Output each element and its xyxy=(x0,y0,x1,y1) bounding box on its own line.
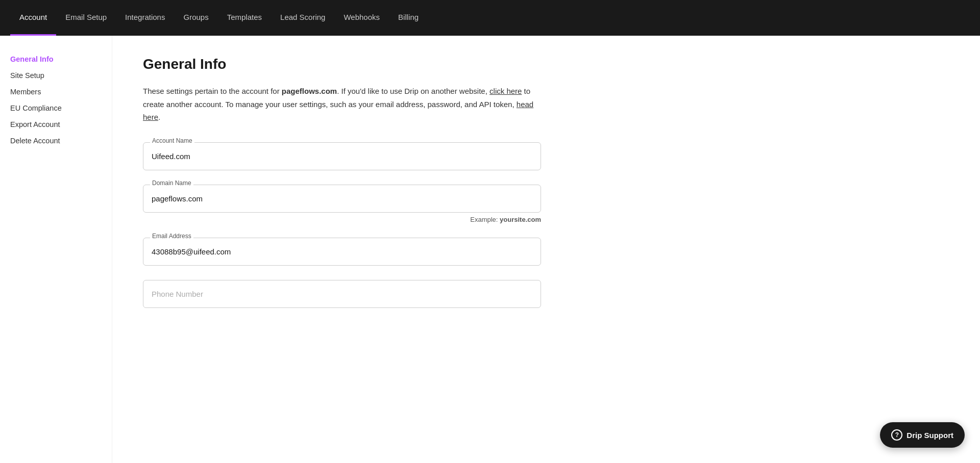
domain-hint-prefix: Example: xyxy=(470,216,500,223)
nav-item-templates[interactable]: Templates xyxy=(218,0,271,36)
phone-number-input[interactable] xyxy=(143,280,541,308)
description-text: These settings pertain to the account fo… xyxy=(143,85,541,124)
nav-item-groups[interactable]: Groups xyxy=(174,0,217,36)
sidebar-item-members[interactable]: Members xyxy=(10,84,102,100)
phone-number-field-group xyxy=(143,280,541,308)
email-address-field-group: Email Address xyxy=(143,238,541,266)
description-middle1: . If you'd like to use Drip on another w… xyxy=(337,87,489,95)
domain-name-field-group: Domain Name Example: yoursite.com xyxy=(143,185,541,223)
drip-support-button[interactable]: ? Drip Support xyxy=(880,422,965,448)
top-navigation: Account Email Setup Integrations Groups … xyxy=(0,0,980,36)
domain-name-label: Domain Name xyxy=(150,179,193,187)
sidebar-item-delete-account[interactable]: Delete Account xyxy=(10,133,102,149)
email-address-label: Email Address xyxy=(150,233,193,240)
nav-item-lead-scoring[interactable]: Lead Scoring xyxy=(271,0,334,36)
domain-name-hint: Example: yoursite.com xyxy=(143,216,541,223)
site-name-bold: pageflows.com xyxy=(282,87,337,95)
description-suffix: . xyxy=(158,113,160,121)
account-name-input[interactable] xyxy=(143,142,541,170)
nav-item-billing[interactable]: Billing xyxy=(389,0,428,36)
sidebar: General Info Site Setup Members EU Compl… xyxy=(0,36,112,463)
nav-item-webhooks[interactable]: Webhooks xyxy=(334,0,389,36)
sidebar-item-general-info[interactable]: General Info xyxy=(10,51,102,67)
description-prefix: These settings pertain to the account fo… xyxy=(143,87,282,95)
email-address-input[interactable] xyxy=(143,238,541,266)
domain-hint-bold: yoursite.com xyxy=(500,216,541,223)
drip-support-icon: ? xyxy=(891,429,902,441)
account-name-field-group: Account Name xyxy=(143,142,541,170)
domain-name-input[interactable] xyxy=(143,185,541,213)
nav-item-account[interactable]: Account xyxy=(10,0,56,36)
main-content: General Info These settings pertain to t… xyxy=(112,36,572,463)
nav-item-email-setup[interactable]: Email Setup xyxy=(56,0,116,36)
sidebar-item-eu-compliance[interactable]: EU Compliance xyxy=(10,100,102,116)
sidebar-item-site-setup[interactable]: Site Setup xyxy=(10,67,102,84)
drip-support-label: Drip Support xyxy=(906,431,953,440)
page-layout: General Info Site Setup Members EU Compl… xyxy=(0,36,980,463)
sidebar-item-export-account[interactable]: Export Account xyxy=(10,116,102,133)
nav-item-integrations[interactable]: Integrations xyxy=(116,0,174,36)
click-here-link[interactable]: click here xyxy=(489,87,522,95)
page-title: General Info xyxy=(143,56,541,72)
account-name-label: Account Name xyxy=(150,137,194,144)
